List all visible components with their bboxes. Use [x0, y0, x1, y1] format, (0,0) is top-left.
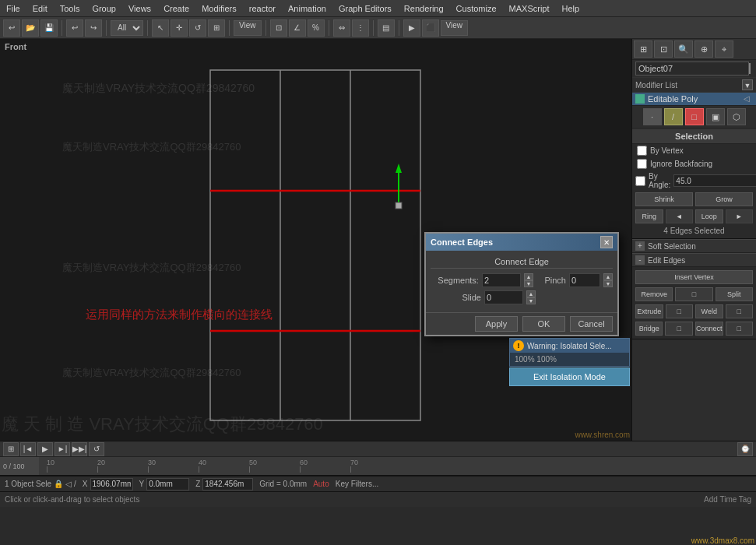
render-btn[interactable]: ▶ [403, 19, 420, 37]
segments-spinner[interactable]: ▲ ▼ [524, 273, 533, 287]
connect-spinner[interactable]: □ [726, 322, 753, 336]
menu-animation[interactable]: Animation [282, 2, 332, 15]
element-icon-btn[interactable]: ⬡ [727, 108, 746, 125]
by-angle-input[interactable] [673, 174, 756, 187]
rp-icon-3[interactable]: 🔍 [674, 40, 693, 58]
layers-btn[interactable]: ▤ [378, 19, 395, 37]
by-angle-cb[interactable] [635, 176, 645, 186]
bridge-spinner[interactable]: □ [665, 322, 692, 336]
angle-snap-btn[interactable]: ∠ [289, 19, 306, 37]
slide-down[interactable]: ▼ [526, 297, 536, 304]
rp-icon-4[interactable]: ⊕ [694, 40, 713, 58]
soft-selection-collapse[interactable]: + Soft Selection [632, 239, 756, 253]
rp-icon-2[interactable]: ⊡ [654, 40, 673, 58]
y-input[interactable] [146, 478, 189, 490]
object-color-box[interactable] [749, 63, 751, 74]
extrude-button[interactable]: Extrude [635, 304, 663, 318]
menu-customize[interactable]: Customize [450, 2, 503, 15]
modifier-dropdown-btn[interactable]: ▼ [742, 79, 753, 90]
move-btn[interactable]: ✛ [171, 19, 188, 37]
insert-vertex-button[interactable]: Insert Vertex [635, 270, 753, 284]
ring-button[interactable]: Ring [635, 209, 663, 223]
shrink-button[interactable]: Shrink [635, 192, 693, 206]
segments-up[interactable]: ▲ [524, 273, 533, 280]
segments-down[interactable]: ▼ [524, 280, 533, 287]
menu-edit[interactable]: Edit [26, 2, 54, 15]
edge-icon-btn[interactable]: / [664, 108, 683, 125]
modifier-row[interactable]: Editable Poly ◁ [632, 93, 756, 106]
border-icon-btn[interactable]: □ [685, 108, 704, 125]
auto-key-label[interactable]: Auto [313, 480, 329, 488]
timeline-ticks[interactable]: 10203040506070 [39, 457, 756, 475]
split-button[interactable]: Split [716, 287, 753, 301]
menu-create[interactable]: Create [157, 2, 195, 15]
undo-btn[interactable]: ↩ [66, 19, 83, 37]
extrude-spinner[interactable]: □ [666, 304, 694, 318]
loop-btn[interactable]: ↺ [89, 442, 104, 456]
menu-views[interactable]: Views [122, 2, 157, 15]
pinch-input[interactable] [569, 273, 600, 287]
edit-edges-collapse[interactable]: - Edit Edges [632, 253, 756, 267]
render-scene-btn[interactable]: ⬛ [422, 19, 439, 37]
add-time-tag[interactable]: Add Time Tag [704, 495, 751, 504]
loop-spinner-btn[interactable]: ► [726, 209, 754, 223]
dialog-close-btn[interactable]: ✕ [600, 236, 613, 248]
object-name-input[interactable] [635, 62, 749, 76]
open-btn[interactable]: 📂 [22, 19, 39, 37]
rp-icon-5[interactable]: ⌖ [715, 40, 733, 58]
modifier-arrow[interactable]: ◁ [744, 94, 753, 104]
slide-up[interactable]: ▲ [526, 290, 536, 297]
lock-icon[interactable]: 🔒 [54, 480, 63, 488]
redo-btn[interactable]: ↪ [85, 19, 102, 37]
view-label2[interactable]: View [441, 20, 469, 36]
snap-btn[interactable]: ⊡ [270, 19, 287, 37]
loop-button[interactable]: Loop [695, 209, 723, 223]
z-input[interactable] [202, 478, 253, 490]
new-btn[interactable]: ↩ [3, 19, 20, 37]
by-vertex-cb[interactable] [637, 146, 647, 156]
next-frame-btn[interactable]: ►| [55, 442, 70, 456]
menu-rendering[interactable]: Rendering [398, 2, 450, 15]
rotate-btn[interactable]: ↺ [189, 19, 206, 37]
remove-button[interactable]: Remove [635, 287, 673, 301]
weld-spinner[interactable]: □ [726, 304, 754, 318]
prev-frame-btn[interactable]: |◄ [20, 442, 36, 456]
key-mode-btn[interactable]: ⊞ [3, 442, 19, 456]
end-btn[interactable]: ▶▶| [72, 442, 87, 456]
time-config-btn[interactable]: ⌚ [737, 442, 753, 456]
segments-input[interactable] [482, 273, 521, 287]
ignore-backfacing-cb[interactable] [637, 159, 647, 169]
save-btn[interactable]: 💾 [40, 19, 58, 37]
exit-isolation-button[interactable]: Exit Isolation Mode [509, 367, 630, 386]
apply-button[interactable]: Apply [475, 316, 518, 332]
remove-spinner[interactable]: □ [675, 287, 712, 301]
x-input[interactable] [90, 478, 133, 490]
play-btn[interactable]: ▶ [37, 442, 53, 456]
select-btn[interactable]: ↖ [152, 19, 169, 37]
select-dropdown[interactable]: All [111, 20, 143, 36]
align-btn[interactable]: ⋮ [352, 19, 369, 37]
view-btn[interactable]: View [234, 20, 262, 36]
percent-snap-btn[interactable]: % [308, 19, 325, 37]
menu-help[interactable]: Help [556, 2, 586, 15]
slide-spinner[interactable]: ▲ ▼ [526, 290, 536, 304]
bridge-button[interactable]: Bridge [635, 322, 663, 336]
scale-btn[interactable]: ⊞ [208, 19, 225, 37]
ring-spinner-btn[interactable]: ◄ [666, 209, 694, 223]
menu-maxscript[interactable]: MAXScript [503, 2, 556, 15]
menu-graph-editors[interactable]: Graph Editors [332, 2, 398, 15]
cancel-button[interactable]: Cancel [570, 316, 613, 332]
ok-button[interactable]: OK [522, 316, 565, 332]
pinch-spinner[interactable]: ▲ ▼ [603, 273, 613, 287]
menu-group[interactable]: Group [86, 2, 122, 15]
menu-modifiers[interactable]: Modifiers [195, 2, 243, 15]
pinch-down[interactable]: ▼ [603, 280, 613, 287]
menu-file[interactable]: File [0, 2, 26, 15]
menu-reactor[interactable]: reactor [243, 2, 282, 15]
weld-button[interactable]: Weld [695, 304, 723, 318]
poly-icon-btn[interactable]: ▣ [706, 108, 725, 125]
viewport[interactable]: Front 魔天制造VRAY技术交流QQ群29842760 魔天制造VRAY技术… [0, 39, 631, 441]
vertex-icon-btn[interactable]: · [643, 108, 662, 125]
timeline-bar[interactable]: 0 / 100 10203040506070 [0, 457, 756, 476]
key-filters-label[interactable]: Key Filters... [336, 480, 379, 488]
